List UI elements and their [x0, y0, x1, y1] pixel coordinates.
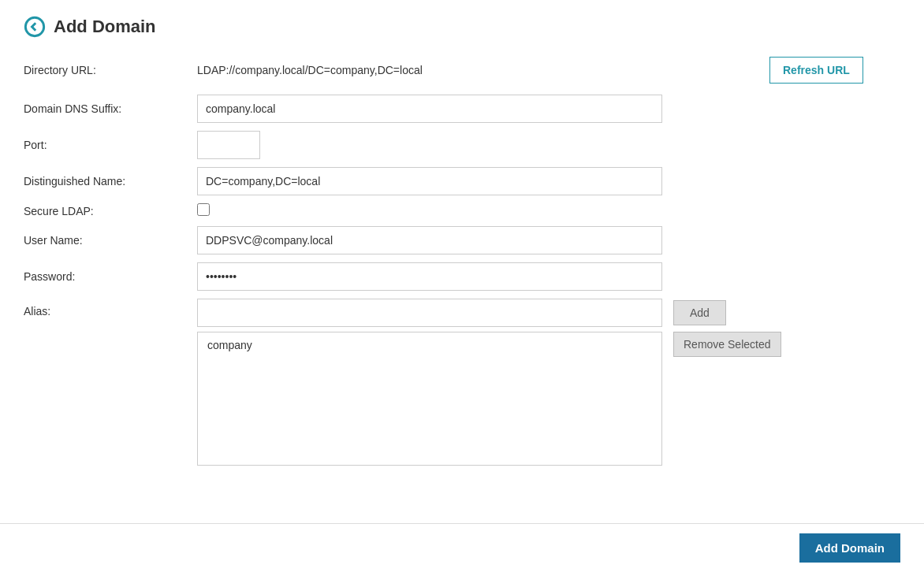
- add-domain-button[interactable]: Add Domain: [799, 533, 900, 563]
- alias-input-row: Add: [197, 299, 781, 327]
- port-row: Port:: [24, 131, 900, 159]
- username-input[interactable]: [197, 226, 662, 254]
- secure-ldap-row: Secure LDAP:: [24, 203, 900, 218]
- bottom-bar: Add Domain: [0, 523, 924, 572]
- add-alias-button[interactable]: Add: [673, 300, 726, 325]
- svg-point-0: [25, 17, 43, 35]
- secure-ldap-checkbox[interactable]: [197, 203, 210, 216]
- password-input[interactable]: [197, 262, 662, 291]
- username-input-wrapper: [197, 226, 758, 254]
- alias-listbox[interactable]: company: [197, 332, 662, 466]
- remove-selected-button[interactable]: Remove Selected: [673, 332, 781, 357]
- alias-label: Alias:: [24, 299, 197, 318]
- alias-listbox-row: company Remove Selected: [197, 332, 781, 466]
- page-container: Add Domain Directory URL: LDAP://company…: [0, 0, 924, 486]
- alias-row: Alias: Add company Remove Selected: [24, 299, 900, 466]
- domain-dns-input[interactable]: [197, 95, 662, 123]
- port-input-wrapper: [197, 131, 758, 159]
- username-row: User Name:: [24, 226, 900, 254]
- port-label: Port:: [24, 139, 197, 151]
- refresh-url-button[interactable]: Refresh URL: [769, 57, 863, 84]
- domain-dns-input-wrapper: [197, 95, 758, 123]
- directory-url-label: Directory URL:: [24, 64, 197, 76]
- directory-url-row: Directory URL: LDAP://company.local/DC=c…: [24, 57, 900, 84]
- form: Directory URL: LDAP://company.local/DC=c…: [24, 57, 900, 466]
- back-icon[interactable]: [24, 16, 46, 38]
- password-row: Password:: [24, 262, 900, 291]
- domain-dns-row: Domain DNS Suffix:: [24, 95, 900, 123]
- port-input[interactable]: [197, 131, 260, 159]
- page-header: Add Domain: [24, 16, 900, 38]
- secure-ldap-label: Secure LDAP:: [24, 205, 197, 217]
- domain-dns-label: Domain DNS Suffix:: [24, 102, 197, 115]
- alias-section: Add company Remove Selected: [197, 299, 781, 466]
- page-title: Add Domain: [54, 17, 156, 37]
- password-input-wrapper: [197, 262, 758, 291]
- directory-url-value: LDAP://company.local/DC=company,DC=local: [197, 64, 758, 76]
- secure-ldap-checkbox-wrapper: [197, 203, 758, 218]
- list-item[interactable]: company: [204, 337, 655, 353]
- distinguished-name-input[interactable]: [197, 167, 662, 195]
- alias-input[interactable]: [197, 299, 662, 327]
- refresh-url-action: Refresh URL: [758, 57, 900, 84]
- distinguished-name-input-wrapper: [197, 167, 758, 195]
- distinguished-name-label: Distinguished Name:: [24, 175, 197, 188]
- password-label: Password:: [24, 270, 197, 283]
- username-label: User Name:: [24, 234, 197, 247]
- distinguished-name-row: Distinguished Name:: [24, 167, 900, 195]
